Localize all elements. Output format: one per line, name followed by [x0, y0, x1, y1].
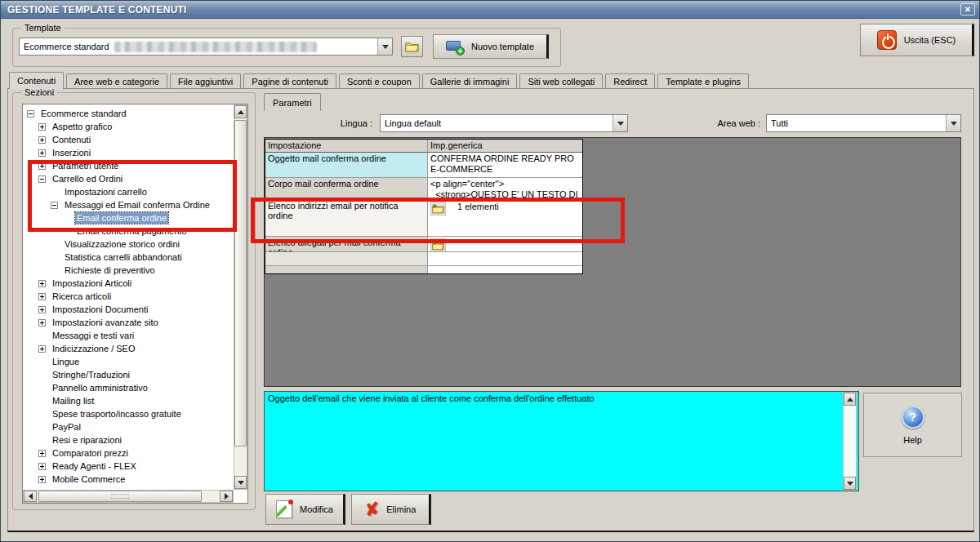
delete-button[interactable]: ✘ Elimina	[351, 494, 431, 525]
collapse-icon[interactable]	[38, 175, 46, 183]
tree-item-impostazioni-articoli[interactable]: Impostazioni Articoli	[25, 277, 231, 290]
tab-pagine-di-contenuti[interactable]: Pagine di contenuti	[243, 73, 336, 89]
tree-item-comparatori-prezzi[interactable]: Comparatori prezzi	[25, 446, 231, 460]
table-row[interactable]: Elenco allegati per mail conferma ordine	[265, 237, 582, 252]
table-row[interactable]	[265, 266, 582, 273]
tree-item-mailing-list[interactable]: Mailing list	[25, 394, 231, 407]
tab-redirect[interactable]: Redirect	[605, 73, 655, 89]
parameter-description-box[interactable]: Oggetto dell'email che viene inviata al …	[264, 391, 859, 491]
vscroll-thumb[interactable]	[234, 120, 247, 446]
description-vscrollbar[interactable]	[843, 392, 857, 491]
setting-cell[interactable]: Elenco allegati per mail conferma ordine	[265, 237, 428, 252]
tab-file-aggiuntivi[interactable]: File aggiuntivi	[170, 73, 241, 89]
tree-item-email-conferma-ordine[interactable]: Email conferma ordine	[25, 211, 231, 224]
column-header-imp-generica[interactable]: Imp.generica	[428, 140, 582, 153]
scroll-down-icon[interactable]	[844, 477, 856, 490]
setting-cell[interactable]: Oggetto mail conferma ordine	[265, 153, 428, 178]
tree-item-visualizzazione-storico-ordini[interactable]: Visualizzazione storico ordini	[25, 238, 231, 251]
value-cell[interactable]	[428, 252, 582, 266]
tree-item-spese-trasporto[interactable]: Spese trasporto/incasso gratuite	[25, 407, 231, 420]
value-cell[interactable]	[428, 266, 582, 273]
value-cell[interactable]: CONFERMA ORDINE READY PRO E-COMMERCE	[428, 153, 582, 178]
tree-item-richieste-di-preventivo[interactable]: Richieste di preventivo	[25, 264, 231, 277]
table-row[interactable]	[265, 252, 582, 266]
tree-item-lingue[interactable]: Lingue	[25, 355, 231, 368]
template-select[interactable]: Ecommerce standard	[19, 38, 393, 56]
tree-item-pannello-amministrativo[interactable]: Pannello amministrativo	[25, 381, 231, 394]
scroll-down-icon[interactable]	[234, 476, 247, 489]
tree-item-ecommerce-standard[interactable]: Ecommerce standard	[25, 107, 231, 120]
tree-vscrollbar[interactable]	[234, 104, 247, 490]
setting-cell[interactable]	[265, 252, 428, 266]
tree-item-parametri-utente[interactable]: Parametri utente	[25, 159, 231, 172]
expand-icon[interactable]	[38, 476, 46, 483]
chevron-down-icon[interactable]	[612, 115, 627, 131]
help-button[interactable]: ? Help	[863, 393, 962, 457]
setting-cell[interactable]: Elenco indirizzi email per notifica ordi…	[265, 200, 428, 237]
close-icon[interactable]: ✕	[960, 3, 975, 16]
tree-item-email-conferma-pagamento[interactable]: Email conferma pagamento	[25, 224, 231, 238]
tree-item-resi-e-riparazioni[interactable]: Resi e riparazioni	[25, 433, 231, 446]
area-web-select[interactable]: Tutti	[766, 114, 961, 132]
expand-icon[interactable]	[38, 123, 46, 131]
tree-item-messaggi-e-testi-vari[interactable]: Messaggi e testi vari	[25, 329, 231, 342]
expand-icon[interactable]	[38, 319, 46, 327]
setting-cell[interactable]: Corpo mail conferma ordine	[265, 178, 428, 200]
exit-button[interactable]: Uscita (ESC)	[860, 24, 974, 56]
tree-item-aspetto-grafico[interactable]: Aspetto grafico	[25, 120, 231, 133]
tab-gallerie-di-immagini[interactable]: Gallerie di immagini	[422, 73, 518, 89]
scroll-right-icon[interactable]	[220, 491, 233, 502]
new-template-button[interactable]: + Nuovo template	[433, 34, 549, 59]
modify-button[interactable]: Modifica	[265, 494, 345, 525]
tree-item-carrello-ed-ordini[interactable]: Carrello ed Ordini	[25, 172, 231, 185]
collapse-icon[interactable]	[27, 110, 34, 118]
tree-item-stringhe-traduzioni[interactable]: Stringhe/Traduzioni	[25, 368, 231, 381]
tree-item-inserzioni[interactable]: Inserzioni	[25, 146, 231, 159]
chevron-down-icon[interactable]	[377, 38, 392, 55]
open-template-folder-button[interactable]	[401, 36, 423, 57]
tree-item-messaggi-ed-email-conferma-ordine[interactable]: Messaggi ed Email conferma Ordine	[25, 198, 231, 211]
tab-template-e-plugins[interactable]: Template e plugins	[657, 73, 749, 89]
expand-icon[interactable]	[38, 162, 46, 170]
tree-item-ready-agenti-flex[interactable]: Ready Agenti - FLEX	[25, 460, 231, 473]
tree-item-contenuti[interactable]: Contenuti	[25, 133, 231, 146]
tree-item-indicizzazione-seo[interactable]: Indicizzazione / SEO	[25, 342, 231, 355]
scroll-left-icon[interactable]	[24, 491, 37, 502]
setting-cell[interactable]	[265, 266, 428, 273]
hscroll-thumb[interactable]	[38, 491, 202, 502]
expand-icon[interactable]	[38, 149, 46, 157]
titlebar[interactable]: GESTIONE TEMPLATE E CONTENUTI	[1, 1, 979, 19]
expand-icon[interactable]	[38, 345, 46, 353]
value-cell[interactable]: <p align="center"> <strong>QUESTO E' UN …	[428, 178, 582, 200]
tree-hscrollbar[interactable]	[23, 490, 234, 503]
value-cell[interactable]	[428, 237, 582, 252]
expand-icon[interactable]	[38, 450, 46, 457]
expand-icon[interactable]	[38, 280, 46, 287]
folder-open-icon[interactable]	[430, 202, 446, 215]
collapse-icon[interactable]	[51, 202, 58, 209]
lingua-select[interactable]: Lingua default	[380, 114, 628, 132]
tab-aree-web-e-categorie[interactable]: Aree web e categorie	[66, 73, 167, 89]
tree-item-statistica-carrelli-abbandonati[interactable]: Statistica carrelli abbandonati	[25, 251, 231, 264]
expand-icon[interactable]	[38, 306, 46, 313]
tree-item-ricerca-articoli[interactable]: Ricerca articoli	[25, 290, 231, 303]
folder-open-icon[interactable]	[430, 238, 446, 252]
tree-item-paypal[interactable]: PayPal	[25, 420, 231, 433]
tab-sconti-e-coupon[interactable]: Sconti e coupon	[339, 73, 420, 89]
table-row[interactable]: Oggetto mail conferma ordine CONFERMA OR…	[265, 153, 582, 178]
value-cell[interactable]: 1 elementi	[428, 200, 582, 237]
expand-icon[interactable]	[38, 136, 46, 144]
table-row[interactable]: Corpo mail conferma ordine <p align="cen…	[265, 178, 582, 200]
tab-contenuti[interactable]: Contenuti	[9, 72, 64, 89]
expand-icon[interactable]	[38, 293, 46, 300]
tab-siti-web-collegati[interactable]: Siti web collegati	[519, 73, 603, 89]
tree-item-impostazioni-avanzate-sito[interactable]: Impostazioni avanzate sito	[25, 316, 231, 329]
tree-item-mobile-commerce[interactable]: Mobile Commerce	[25, 473, 231, 486]
scroll-up-icon[interactable]	[844, 393, 856, 406]
chevron-down-icon[interactable]	[946, 115, 960, 131]
expand-icon[interactable]	[38, 463, 46, 470]
column-header-impostazione[interactable]: Impostazione	[265, 140, 428, 153]
tree-item-impostazioni-carrello[interactable]: Impostazioni carrello	[25, 185, 231, 198]
tree-item-impostazioni-documenti[interactable]: Impostazioni Documenti	[25, 303, 231, 316]
scroll-up-icon[interactable]	[234, 105, 247, 118]
